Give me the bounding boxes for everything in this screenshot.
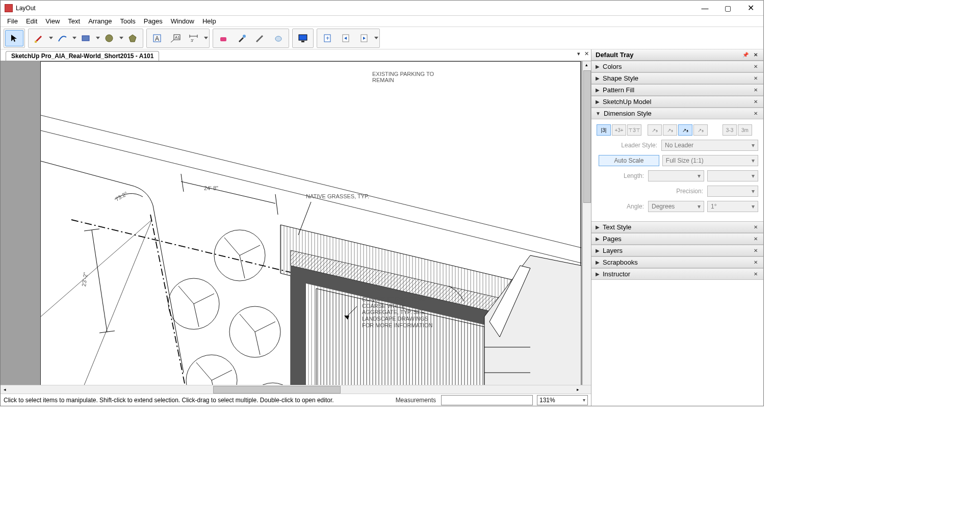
panel-close-icon[interactable]: ✕ <box>752 99 759 105</box>
add-page-button[interactable]: + <box>318 30 337 46</box>
precision-select[interactable]: ▾ <box>707 186 758 197</box>
default-tray: Default Tray 📌 ✕ ▶Colors✕ ▶Shape Style✕ … <box>591 49 763 406</box>
dim-align-3-button[interactable]: ↗₃ <box>678 124 692 136</box>
select-tool-button[interactable] <box>5 30 23 46</box>
dropdown-caret-icon[interactable] <box>374 37 378 39</box>
length-unit-select[interactable]: ▾ <box>648 170 704 181</box>
svg-rect-17 <box>301 41 304 42</box>
eraser-tool-button[interactable] <box>214 30 233 46</box>
prev-page-button[interactable] <box>337 30 355 46</box>
line-tool-button[interactable] <box>30 30 48 46</box>
tray-header[interactable]: Default Tray 📌 ✕ <box>591 49 763 61</box>
dimension-tool-button[interactable]: 3' <box>185 30 203 46</box>
minimize-button[interactable]: — <box>693 1 716 16</box>
panel-close-icon[interactable]: ✕ <box>752 75 759 81</box>
tab-menu-caret[interactable]: ▾ <box>577 50 580 57</box>
dim-align-4-button[interactable]: ↗₃ <box>693 124 708 136</box>
panel-close-icon[interactable]: ✕ <box>752 259 759 265</box>
panel-close-icon[interactable]: ✕ <box>752 248 759 253</box>
panel-pattern-fill[interactable]: ▶Pattern Fill✕ <box>591 84 763 96</box>
panel-close-icon[interactable]: ✕ <box>752 87 759 93</box>
panel-colors[interactable]: ▶Colors✕ <box>591 61 763 72</box>
angle-unit-select[interactable]: Degrees▾ <box>648 201 704 212</box>
auto-scale-button[interactable]: Auto Scale <box>599 155 659 166</box>
label-tool-button[interactable]: A1 <box>166 30 185 46</box>
panel-instructor[interactable]: ▶Instructor✕ <box>591 268 763 280</box>
panel-close-icon[interactable]: ✕ <box>752 236 759 242</box>
panel-dimension-style[interactable]: ▼Dimension Style✕ <box>591 108 763 119</box>
svg-line-58 <box>298 202 311 235</box>
arc-icon <box>57 33 67 43</box>
dropdown-caret-icon[interactable] <box>72 37 76 39</box>
horizontal-scrollbar[interactable]: ◂ ▸ <box>1 385 591 394</box>
next-page-button[interactable] <box>355 30 373 46</box>
page-next-icon <box>359 33 369 43</box>
angle-precision-select[interactable]: 1°▾ <box>707 201 758 212</box>
zoom-selector[interactable]: 131% ▾ <box>537 395 588 405</box>
tray-empty-area <box>591 280 763 406</box>
vertical-scrollbar[interactable]: ▴ <box>582 61 591 385</box>
menubar: File Edit View Text Arrange Tools Pages … <box>1 16 763 27</box>
menu-window[interactable]: Window <box>167 16 198 26</box>
menu-file[interactable]: File <box>3 16 22 26</box>
length-precision-select[interactable]: ▾ <box>707 170 758 181</box>
polygon-tool-button[interactable] <box>123 30 142 46</box>
presentation-button[interactable] <box>294 30 312 46</box>
style-tool-button[interactable] <box>233 30 251 46</box>
join-tool-button[interactable] <box>269 30 288 46</box>
dim-align-1-button[interactable]: ↗₃ <box>648 124 662 136</box>
panel-scrapbooks[interactable]: ▶Scrapbooks✕ <box>591 256 763 268</box>
document-tab-bar: SketchUp Pro_AIA_Real-World_Short2015 - … <box>1 49 591 61</box>
menu-arrange[interactable]: Arrange <box>84 16 116 26</box>
leader-style-select[interactable]: No Leader▾ <box>661 140 758 151</box>
dim-text-center-button[interactable]: +3+ <box>612 124 626 136</box>
note-existing-parking: EXISTING PARKING TO REMAIN <box>372 71 444 83</box>
panel-text-style[interactable]: ▶Text Style✕ <box>591 221 763 233</box>
app-window: LayOut — ▢ ✕ File Edit View Text Arrange… <box>0 0 764 406</box>
text-tool-button[interactable]: A <box>148 30 166 46</box>
panel-close-icon[interactable]: ✕ <box>752 64 759 69</box>
measurements-input[interactable] <box>441 395 533 405</box>
close-button[interactable]: ✕ <box>739 1 762 16</box>
dim-text-above-button[interactable]: |3| <box>597 124 611 136</box>
panel-layers[interactable]: ▶Layers✕ <box>591 245 763 256</box>
dim-unit-arch-button[interactable]: 3-3 <box>723 124 737 136</box>
panel-close-icon[interactable]: ✕ <box>752 111 759 116</box>
maximize-button[interactable]: ▢ <box>716 1 739 16</box>
cursor-icon <box>10 34 19 43</box>
dropdown-caret-icon[interactable] <box>49 37 53 39</box>
tab-close-button[interactable]: ✕ <box>584 50 589 57</box>
tray-close-button[interactable]: ✕ <box>752 52 759 58</box>
panel-close-icon[interactable]: ✕ <box>752 271 759 277</box>
dim-unit-metric-button[interactable]: 3m <box>738 124 752 136</box>
rectangle-tool-button[interactable] <box>76 30 95 46</box>
panel-sketchup-model[interactable]: ▶SketchUp Model✕ <box>591 96 763 108</box>
panel-pages[interactable]: ▶Pages✕ <box>591 233 763 245</box>
pin-icon[interactable]: 📌 <box>742 52 749 58</box>
menu-tools[interactable]: Tools <box>116 16 139 26</box>
menu-view[interactable]: View <box>41 16 64 26</box>
canvas-viewport[interactable]: EXISTING PARKING TO REMAIN NATIVE GRASSE… <box>1 61 591 385</box>
drawing-page[interactable]: EXISTING PARKING TO REMAIN NATIVE GRASSE… <box>40 61 581 385</box>
dropdown-caret-icon[interactable] <box>96 37 100 39</box>
arc-tool-button[interactable] <box>53 30 71 46</box>
menu-edit[interactable]: Edit <box>22 16 41 26</box>
dim-text-below-button[interactable]: ⊤3⊤ <box>627 124 641 136</box>
dropdown-caret-icon[interactable] <box>204 37 208 39</box>
panel-close-icon[interactable]: ✕ <box>752 224 759 230</box>
dim-align-2-button[interactable]: ↗₃ <box>663 124 677 136</box>
dropdown-caret-icon[interactable] <box>119 37 123 39</box>
site-plan-drawing <box>41 62 581 385</box>
menu-pages[interactable]: Pages <box>140 16 167 26</box>
document-tab[interactable]: SketchUp Pro_AIA_Real-World_Short2015 - … <box>6 51 159 61</box>
menu-help[interactable]: Help <box>198 16 220 26</box>
circle-tool-button[interactable] <box>100 30 118 46</box>
panel-shape-style[interactable]: ▶Shape Style✕ <box>591 72 763 84</box>
circle-icon <box>104 33 114 43</box>
svg-text:+: + <box>326 35 329 42</box>
split-tool-button[interactable] <box>251 30 269 46</box>
menu-text[interactable]: Text <box>64 16 84 26</box>
note-concrete-pavers: CONCRETE PAVERS W/ COARSE WHITE AGGREGAT… <box>362 296 439 328</box>
scale-select[interactable]: Full Size (1:1)▾ <box>662 155 758 166</box>
page-plus-icon: + <box>322 33 332 43</box>
